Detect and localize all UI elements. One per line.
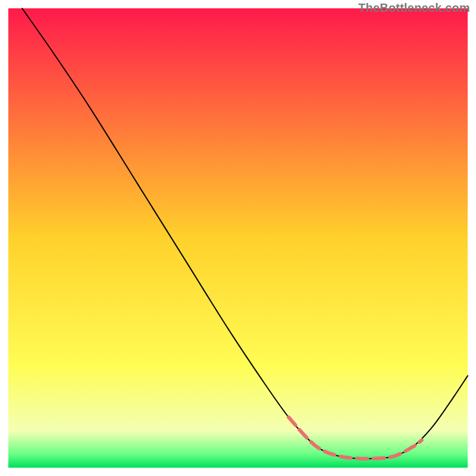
chart-container: TheBottleneck.com (0, 0, 476, 476)
watermark-text: TheBottleneck.com (358, 1, 470, 15)
bottleneck-chart (0, 0, 476, 476)
chart-background (8, 8, 468, 468)
